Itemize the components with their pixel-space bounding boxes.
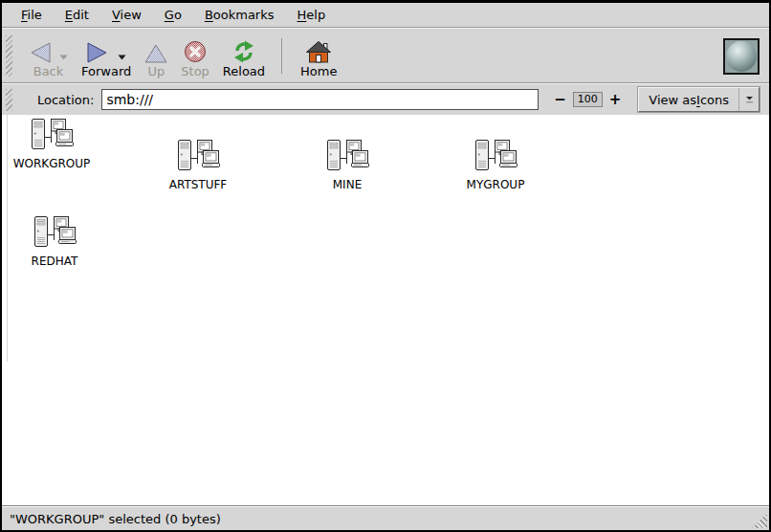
zoom-out-button[interactable]: −	[550, 91, 570, 108]
menu-edit[interactable]: Edit	[54, 4, 100, 26]
item-label: MINE	[333, 178, 362, 191]
home-icon	[306, 41, 331, 63]
up-arrow-icon	[144, 44, 167, 63]
history-chevron-icon[interactable]	[59, 55, 68, 60]
view-as-dropdown[interactable]: View as Icons	[638, 87, 760, 112]
location-input[interactable]	[101, 89, 539, 110]
menu-view[interactable]: View	[100, 4, 153, 26]
menu-go[interactable]: Go	[153, 4, 193, 26]
workgroup-item-artstuff[interactable]: ARTSTUFF	[148, 136, 248, 191]
workgroup-item-workgroup[interactable]: WORKGROUP	[2, 115, 101, 170]
file-manager-window: File Edit View Go Bookmarks Help Back Fo…	[0, 0, 771, 532]
workgroup-item-mine[interactable]: MINE	[297, 136, 397, 191]
icon-view[interactable]: ARTSTUFF MINE MYGROUP REDHAT WORKGROUP	[2, 115, 769, 506]
back-button[interactable]: Back	[22, 33, 75, 79]
menu-bar: File Edit View Go Bookmarks Help	[2, 3, 769, 28]
reload-icon	[231, 40, 256, 63]
forward-arrow-icon	[87, 42, 109, 63]
throbber-icon	[726, 41, 757, 72]
menu-help[interactable]: Help	[286, 4, 338, 26]
stop-icon	[184, 40, 207, 63]
stop-button[interactable]: Stop	[174, 33, 216, 79]
smb-workgroup-icon	[175, 136, 221, 172]
item-label: ARTSTUFF	[169, 178, 228, 191]
menu-file[interactable]: File	[10, 4, 54, 26]
reload-button[interactable]: Reload	[216, 33, 272, 79]
item-label: REDHAT	[32, 255, 78, 268]
workgroup-item-mygroup[interactable]: MYGROUP	[446, 136, 545, 191]
smb-workgroup-icon	[29, 115, 75, 151]
smb-workgroup-icon	[324, 136, 370, 172]
menu-bookmarks[interactable]: Bookmarks	[193, 4, 286, 26]
view-as-arrow-icon	[738, 88, 759, 111]
smb-workgroup-icon	[473, 136, 518, 172]
location-bar: Location: − 100 + View as Icons	[2, 83, 769, 115]
toolbar: Back Forward Up Stop	[2, 28, 769, 83]
status-bar: "WORKGROUP" selected (0 bytes)	[2, 506, 769, 530]
toolbar-separator	[281, 38, 282, 74]
zoom-in-button[interactable]: +	[606, 91, 626, 108]
resize-grip-icon[interactable]	[752, 513, 767, 528]
up-button[interactable]: Up	[138, 33, 174, 79]
toolbar-grip-icon[interactable]	[6, 35, 12, 77]
forward-button[interactable]: Forward	[75, 33, 138, 79]
status-text: "WORKGROUP" selected (0 bytes)	[10, 512, 221, 526]
home-button[interactable]: Home	[294, 33, 343, 79]
location-label: Location:	[37, 93, 94, 107]
workgroup-item-redhat[interactable]: REDHAT	[5, 212, 104, 268]
item-label: WORKGROUP	[13, 157, 91, 170]
smb-workgroup-icon	[32, 212, 77, 249]
toolbar-grip-icon[interactable]	[6, 89, 12, 111]
history-chevron-icon[interactable]	[118, 55, 126, 60]
zoom-level-indicator[interactable]: 100	[573, 92, 603, 107]
throbber[interactable]	[723, 38, 760, 75]
back-arrow-icon	[29, 42, 51, 63]
view-as-label: View as Icons	[639, 88, 738, 111]
item-label: MYGROUP	[467, 178, 525, 191]
